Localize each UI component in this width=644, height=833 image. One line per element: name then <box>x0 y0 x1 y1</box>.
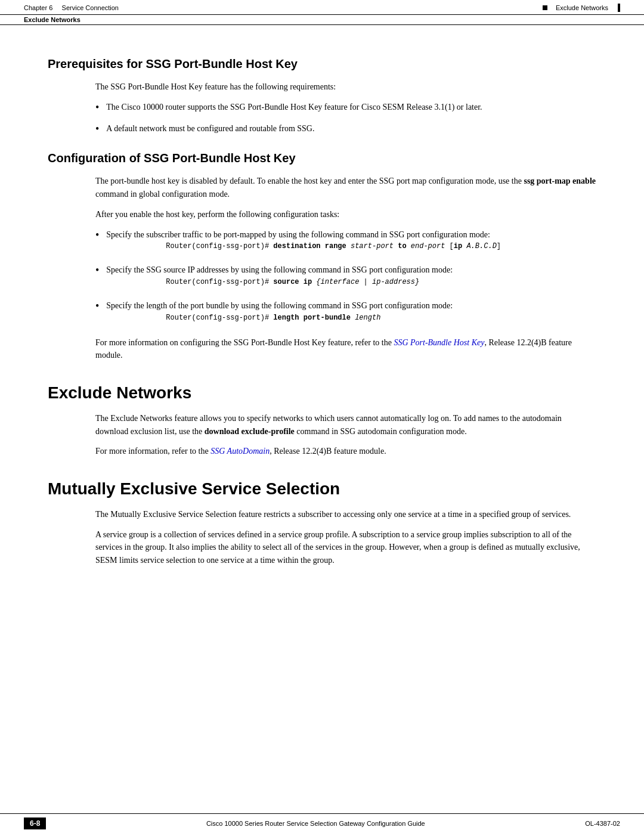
list-item: • A default network must be configured a… <box>95 122 596 138</box>
configuration-bullet-list: • Specify the subscriber traffic to be p… <box>95 228 596 329</box>
sub-header: Exclude Networks <box>0 15 644 25</box>
exclude-networks-para1: The Exclude Networks feature allows you … <box>95 412 596 438</box>
bullet-icon: • <box>95 121 99 138</box>
configuration-para2: After you enable the host key, perform t… <box>95 208 596 221</box>
code-block-1: Router(config-ssg-port)# destination ran… <box>166 241 596 252</box>
list-item: • Specify the SSG source IP addresses by… <box>95 264 596 293</box>
config-link-text: SSG Port-Bundle Host Key <box>394 338 484 347</box>
bullet-icon: • <box>95 100 99 116</box>
config-para1-end: command in global configuration mode. <box>95 190 230 199</box>
config-bullet-1: Specify the subscriber traffic to be por… <box>106 228 596 258</box>
mutually-exclusive-para2: A service group is a collection of servi… <box>95 528 596 567</box>
prerequisites-section: Prerequisites for SSG Port-Bundle Host K… <box>48 57 596 137</box>
header-sub-section-label: Exclude Networks <box>556 4 608 11</box>
bullet-icon: • <box>95 262 99 279</box>
header-section-title: Service Connection <box>62 4 119 11</box>
exclude-link-middle: , Release 12.2(4)B feature module. <box>270 447 386 456</box>
list-item: • Specify the subscriber traffic to be p… <box>95 228 596 258</box>
exclude-networks-para2: For more information, refer to the SSG A… <box>95 445 596 458</box>
exclude-para2-start: For more information, refer to the <box>95 447 210 456</box>
config-bullet-1-text: Specify the subscriber traffic to be por… <box>106 230 490 239</box>
header-right-divider <box>618 4 620 12</box>
config-para1-bold: ssg port-map enable <box>524 176 596 185</box>
page-footer: 6-8 Cisco 10000 Series Router Service Se… <box>0 813 644 833</box>
header-right: Exclude Networks <box>543 4 620 12</box>
exclude-networks-heading: Exclude Networks <box>48 383 596 402</box>
bullet-icon: • <box>95 227 99 244</box>
configuration-heading: Configuration of SSG Port-Bundle Host Ke… <box>48 151 596 165</box>
config-bullet-2: Specify the SSG source IP addresses by u… <box>106 264 596 293</box>
config-bullet-3-text: Specify the length of the port bundle by… <box>106 301 453 310</box>
prerequisites-heading: Prerequisites for SSG Port-Bundle Host K… <box>48 57 596 71</box>
mutually-exclusive-section: Mutually Exclusive Service Selection The… <box>48 479 596 567</box>
mutually-exclusive-heading: Mutually Exclusive Service Selection <box>48 479 596 498</box>
header-chapter: Chapter 6 Service Connection <box>24 4 119 11</box>
prerequisites-intro: The SSG Port-Bundle Host Key feature has… <box>95 80 596 94</box>
footer-center-text: Cisco 10000 Series Router Service Select… <box>46 820 585 827</box>
exclude-link[interactable]: SSG AutoDomain <box>210 447 270 456</box>
configuration-para1: The port-bundle host key is disabled by … <box>95 175 596 200</box>
footer-doc-id: OL-4387-02 <box>585 820 620 827</box>
prerequisites-bullet-2: A default network must be configured and… <box>106 122 596 135</box>
exclude-link-text: SSG AutoDomain <box>210 447 270 456</box>
configuration-link-para: For more information on configuring the … <box>95 336 596 362</box>
list-item: • The Cisco 10000 router supports the SS… <box>95 101 596 116</box>
prerequisites-bullet-list: • The Cisco 10000 router supports the SS… <box>95 101 596 138</box>
footer-page-number: 6-8 <box>24 817 46 829</box>
mutually-exclusive-para1: The Mutually Exclusive Service Selection… <box>95 508 596 521</box>
exclude-para1-bold: download exclude-profile <box>205 427 295 436</box>
page-container: Chapter 6 Service Connection Exclude Net… <box>0 0 644 833</box>
config-link-para-start: For more information on configuring the … <box>95 338 394 347</box>
config-link[interactable]: SSG Port-Bundle Host Key <box>394 338 484 347</box>
bullet-icon: • <box>95 298 99 315</box>
code-block-2: Router(config-ssg-port)# source ip {inte… <box>166 277 596 287</box>
chapter-label: Chapter 6 <box>24 4 52 11</box>
list-item: • Specify the length of the port bundle … <box>95 299 596 329</box>
page-header: Chapter 6 Service Connection Exclude Net… <box>0 0 644 15</box>
code-block-3: Router(config-ssg-port)# length port-bun… <box>166 312 596 323</box>
sub-header-label: Exclude Networks <box>24 16 80 23</box>
config-bullet-3: Specify the length of the port bundle by… <box>106 299 596 329</box>
configuration-section: Configuration of SSG Port-Bundle Host Ke… <box>48 151 596 362</box>
config-para1-start: The port-bundle host key is disabled by … <box>95 176 524 185</box>
prerequisites-bullet-1: The Cisco 10000 router supports the SSG … <box>106 101 596 114</box>
config-bullet-2-text: Specify the SSG source IP addresses by u… <box>106 265 453 274</box>
header-sub-section <box>543 5 547 10</box>
main-content: Prerequisites for SSG Port-Bundle Host K… <box>0 25 644 592</box>
exclude-networks-section: Exclude Networks The Exclude Networks fe… <box>48 383 596 458</box>
exclude-para1-end: command in SSG autodomain configuration … <box>295 427 467 436</box>
